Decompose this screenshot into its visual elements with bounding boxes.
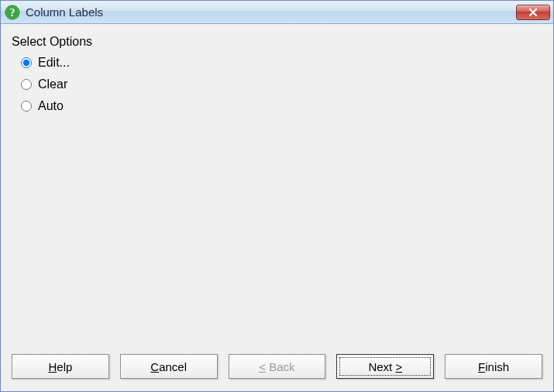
close-button[interactable] — [516, 5, 550, 20]
finish-button[interactable]: Finish — [445, 354, 542, 379]
help-icon: ? — [4, 4, 21, 21]
section-label: Select Options — [12, 35, 542, 49]
wizard-button-row: Help Cancel < Back Next > Finish — [1, 346, 553, 391]
close-icon — [528, 8, 539, 17]
help-button[interactable]: Help — [12, 354, 109, 379]
radio-option-edit[interactable]: Edit... — [21, 53, 542, 72]
titlebar: ? Column Labels — [1, 1, 553, 24]
svg-text:?: ? — [10, 7, 15, 19]
radio-clear-label[interactable]: Clear — [38, 77, 67, 91]
radio-clear-input[interactable] — [21, 79, 32, 90]
dialog-window: ? Column Labels Select Options Edit... C… — [0, 0, 554, 392]
radio-option-clear[interactable]: Clear — [21, 75, 542, 94]
radio-auto-input[interactable] — [21, 101, 32, 112]
options-radio-group: Edit... Clear Auto — [12, 53, 542, 115]
window-title: Column Labels — [26, 5, 516, 19]
radio-edit-label[interactable]: Edit... — [38, 56, 70, 70]
radio-auto-label[interactable]: Auto — [38, 99, 64, 113]
back-button: < Back — [229, 354, 326, 379]
radio-edit-input[interactable] — [21, 57, 32, 68]
content-area: Select Options Edit... Clear Auto — [1, 24, 553, 346]
cancel-button[interactable]: Cancel — [120, 354, 218, 379]
next-button[interactable]: Next > — [336, 354, 434, 379]
radio-option-auto[interactable]: Auto — [21, 97, 542, 115]
